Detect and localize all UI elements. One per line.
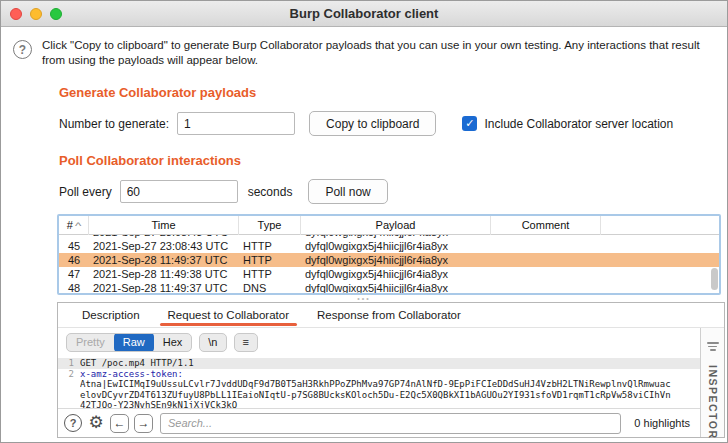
- inspector-icon: [707, 342, 719, 351]
- number-to-generate-input[interactable]: [177, 112, 295, 135]
- burp-collaborator-window: Burp Collaborator client ? Click "Copy t…: [0, 0, 728, 443]
- request-line: 2x-amz-access-token:: [58, 369, 700, 380]
- checkmark-icon: ✓: [465, 117, 474, 130]
- editor-menu-button[interactable]: ≡: [234, 333, 258, 352]
- minimize-window-button[interactable]: [30, 8, 42, 20]
- help-icon: ?: [13, 40, 32, 59]
- inspector-label: INSPECTOR: [707, 365, 719, 440]
- column-header-comment[interactable]: Comment: [491, 216, 601, 235]
- tab-description[interactable]: Description: [70, 303, 152, 327]
- sort-ascending-icon: ^: [75, 217, 81, 236]
- number-to-generate-label: Number to generate:: [59, 117, 169, 131]
- window-title: Burp Collaborator client: [290, 6, 439, 21]
- seconds-label: seconds: [248, 185, 293, 199]
- interactions-table: #^ Time Type Payload Comment 2021-Sep-27…: [57, 214, 721, 295]
- poll-every-label: Poll every: [59, 185, 112, 199]
- table-row[interactable]: 45 2021-Sep-27 23:08:43 UTC HTTP dyfql0w…: [59, 239, 719, 253]
- table-scrollbar-thumb[interactable]: [711, 268, 718, 290]
- inspector-panel-tab[interactable]: INSPECTOR: [700, 328, 724, 437]
- search-next-button[interactable]: →: [134, 414, 153, 433]
- search-previous-button[interactable]: ←: [110, 414, 129, 433]
- table-row[interactable]: 48 2021-Sep-28 11:49:37 UTC DNS dyfql0wg…: [59, 281, 719, 295]
- include-server-location-checkbox[interactable]: ✓: [462, 116, 477, 131]
- poll-interval-input[interactable]: [120, 180, 238, 203]
- request-line: Atna|EwICIMqI9uUssuLCvlr7JvddUDqF9d7B0T5…: [58, 379, 700, 390]
- request-line: 42TJOo-Y23NvhSEn9kN1jXjVCk3kQ: [58, 400, 700, 408]
- include-server-location-label: Include Collaborator server location: [484, 117, 673, 131]
- poll-now-button[interactable]: Poll now: [308, 179, 387, 204]
- table-row[interactable]: 47 2021-Sep-28 11:49:38 UTC HTTP dyfql0w…: [59, 267, 719, 281]
- table-row-clipped[interactable]: 2021-Sep-27 23:08:43 UTC dyfql0wgixgx5j4…: [59, 235, 719, 239]
- column-header-payload[interactable]: Payload: [301, 216, 491, 235]
- view-mode-group: Pretty Raw Hex: [66, 333, 192, 352]
- raw-view-button[interactable]: Raw: [114, 333, 154, 352]
- show-newlines-button[interactable]: \n: [199, 333, 226, 352]
- request-line: 1GET /poc.mp4 HTTP/1.1: [58, 358, 700, 369]
- arrow-right-icon: →: [138, 416, 150, 430]
- pretty-view-button[interactable]: Pretty: [67, 333, 114, 352]
- splitter-handle[interactable]: •••: [1, 295, 727, 302]
- table-row-selected[interactable]: 46 2021-Sep-28 11:49:37 UTC HTTP dyfql0w…: [59, 253, 719, 267]
- column-header-time[interactable]: Time: [89, 216, 239, 235]
- column-header-number[interactable]: #^: [59, 216, 89, 235]
- arrow-left-icon: ←: [114, 416, 126, 430]
- poll-interactions-heading: Poll Collaborator interactions: [59, 153, 717, 168]
- title-bar: Burp Collaborator client: [1, 1, 727, 27]
- info-text: Click "Copy to clipboard" to generate Bu…: [42, 38, 713, 68]
- tab-request-to-collaborator[interactable]: Request to Collaborator: [156, 303, 301, 327]
- copy-to-clipboard-button[interactable]: Copy to clipboard: [309, 111, 436, 136]
- highlights-count: 0 highlights: [626, 417, 692, 429]
- hex-view-button[interactable]: Hex: [154, 333, 192, 352]
- search-input[interactable]: Search...: [160, 413, 621, 434]
- tab-response-from-collaborator[interactable]: Response from Collaborator: [305, 303, 473, 327]
- hamburger-menu-icon: ≡: [243, 336, 249, 348]
- request-editor[interactable]: 1GET /poc.mp4 HTTP/1.1 2x-amz-access-tok…: [58, 356, 700, 408]
- editor-settings-gear-icon[interactable]: ⚙: [87, 414, 105, 432]
- column-header-type[interactable]: Type: [239, 216, 301, 235]
- zoom-window-button[interactable]: [50, 8, 62, 20]
- close-window-button[interactable]: [10, 8, 22, 20]
- generate-payloads-heading: Generate Collaborator payloads: [59, 85, 717, 100]
- message-editor-panel: Description Request to Collaborator Resp…: [57, 302, 725, 438]
- editor-help-icon[interactable]: ?: [64, 414, 82, 432]
- table-header-row: #^ Time Type Payload Comment: [59, 216, 719, 235]
- request-line: elovDCyvrZD4T613ZUfuyU8PbLL1IEaioNIqtU-p…: [58, 390, 700, 401]
